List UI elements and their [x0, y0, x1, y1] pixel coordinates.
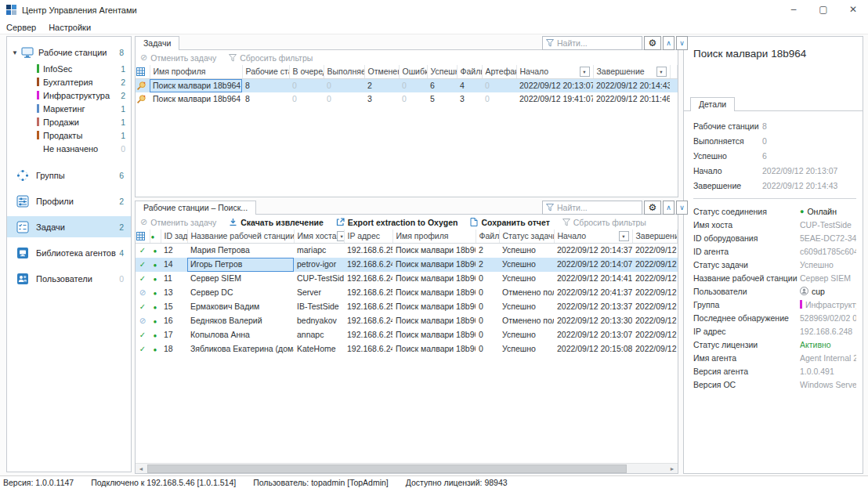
station-row[interactable]: ✓ ● 18 Зябликова Екатерина (домашний) Ka…	[136, 342, 678, 356]
cell-end[interactable]: 2022/09/12	[632, 328, 678, 342]
tasks-collapse-button[interactable]: ∧	[663, 36, 675, 50]
cell-profile[interactable]: Поиск малвари 18b964	[392, 286, 476, 300]
cell-ip[interactable]: 192.168.6.243	[344, 314, 392, 328]
cell-end[interactable]: 2022/09/12	[632, 342, 678, 356]
cell-files[interactable]: 0	[476, 286, 499, 300]
column-filter-dropdown[interactable]: ▾	[656, 67, 667, 77]
cell-task-id[interactable]: 16	[161, 314, 187, 328]
tasks-expand-button[interactable]: ∨	[676, 36, 688, 50]
stations-search-input[interactable]: Найти...	[542, 201, 642, 215]
cell-files[interactable]: 4	[457, 78, 482, 92]
scroll-right-arrow[interactable]: ►	[667, 466, 678, 472]
sidebar-group-item[interactable]: Бухгалтерия 2	[7, 75, 131, 89]
col-connection-dot[interactable]: ●	[150, 230, 161, 243]
cell-profile[interactable]: Поиск малвари 18b964	[392, 243, 476, 258]
cell-profile[interactable]: Поиск малвари 18b964	[392, 314, 476, 328]
cell-end[interactable]: 2022/09/12	[632, 300, 678, 314]
station-row[interactable]: ✓ ● 14 Игорь Петров petrov-igor 192.168.…	[136, 258, 678, 272]
sidebar-group-item[interactable]: Маркетинг 1	[7, 102, 131, 115]
cell-artifacts[interactable]: 0	[482, 78, 516, 92]
cell-station-name[interactable]: Зябликова Екатерина (домашний)	[187, 342, 294, 356]
cell-task-status[interactable]: Успешно	[499, 300, 554, 314]
cell-workstations[interactable]: 8	[242, 78, 289, 92]
col-start[interactable]: Начало▾	[516, 65, 593, 78]
cell-task-id[interactable]: 11	[161, 272, 187, 286]
cell-task-status[interactable]: Успешно	[499, 328, 554, 342]
menu-server[interactable]: Сервер	[0, 22, 42, 33]
station-row[interactable]: ✓ ● 11 Сервер SIEM CUP-TestSide 192.168.…	[136, 272, 678, 286]
cell-ip[interactable]: 192.168.6.252	[344, 286, 392, 300]
export-oxygen-button[interactable]: Export extraction to Oxygen	[336, 218, 458, 227]
cell-start[interactable]: 2022/09/12 20:41:37	[554, 286, 632, 300]
cancel-task-button[interactable]: ⊘Отменить задачу	[140, 52, 216, 63]
col-end[interactable]: Завершение▾	[593, 65, 670, 78]
cell-start[interactable]: 2022/09/12 20:13:37	[554, 300, 632, 314]
horizontal-scrollbar[interactable]: ◄ ►	[136, 463, 678, 473]
save-report-button[interactable]: Сохранить отчет	[470, 218, 549, 227]
tasks-search-input[interactable]: Найти...	[542, 36, 642, 50]
sidebar-item-profiles[interactable]: Профили 2	[7, 190, 131, 211]
col-hostname[interactable]: Имя хоста▾	[294, 230, 344, 243]
cell-hostname[interactable]: IB-TestSide	[294, 300, 344, 314]
cell-hostname[interactable]: annapc	[294, 328, 344, 342]
tab-details[interactable]: Детали	[690, 97, 735, 111]
cell-error[interactable]: 0	[399, 92, 427, 106]
cell-profile[interactable]: Поиск малвари 18b964	[150, 92, 242, 106]
cell-start[interactable]: 2022/09/12 20:13:07	[554, 328, 632, 342]
cell-ip[interactable]: 192.168.6.254	[344, 300, 392, 314]
col-success[interactable]: Успешно	[427, 65, 457, 78]
col-start[interactable]: Начало▾	[554, 230, 632, 243]
col-station-name[interactable]: Название рабочей станции▾	[187, 230, 294, 243]
cell-station-name[interactable]: Бедняков Валерий	[187, 314, 294, 328]
col-artifacts[interactable]: Артефакты	[482, 65, 516, 78]
sidebar-group-item[interactable]: Инфраструктура 2	[7, 89, 131, 102]
menu-settings[interactable]: Настройки	[42, 22, 97, 33]
tree-expand-icon[interactable]: ▼	[12, 49, 21, 56]
reset-filters-button[interactable]: Сбросить фильтры	[229, 53, 313, 63]
col-task-id[interactable]: ID задачи	[161, 230, 187, 243]
cell-hostname[interactable]: KateHome	[294, 342, 344, 356]
cell-ip[interactable]: 192.168.6.250	[344, 328, 392, 342]
scrollbar-thumb[interactable]	[147, 465, 627, 473]
cell-running[interactable]: 0	[324, 92, 364, 106]
cell-start[interactable]: 2022/09/12 20:15:08	[554, 342, 632, 356]
col-ip[interactable]: IP адрес	[344, 230, 392, 243]
cell-files[interactable]: 0	[476, 314, 499, 328]
cell-task-id[interactable]: 12	[161, 243, 187, 258]
cell-error[interactable]: 0	[399, 78, 427, 92]
cell-end[interactable]: 2022/09/12	[632, 258, 678, 272]
cell-start[interactable]: 2022/09/12 20:14:41	[554, 272, 632, 286]
column-filter-dropdown[interactable]: ▾	[337, 231, 344, 241]
stations-expand-button[interactable]: ∨	[676, 201, 688, 215]
cell-profile[interactable]: Поиск малвари 18b964	[392, 272, 476, 286]
col-end[interactable]: Завершение	[632, 230, 678, 243]
station-row[interactable]: ✓ ● 12 Мария Петрова mariapc 192.168.6.2…	[136, 243, 678, 258]
cell-success[interactable]: 5	[427, 92, 457, 106]
cell-hostname[interactable]: CUP-TestSide	[294, 272, 344, 286]
cell-workstations[interactable]: 8	[242, 92, 289, 106]
sidebar-item-users[interactable]: Пользователи 0	[7, 268, 131, 289]
cell-files[interactable]: 0	[476, 342, 499, 356]
cell-end[interactable]: 2022/09/12 20:11:46	[593, 92, 670, 106]
sidebar-group-item[interactable]: InfoSec 1	[7, 62, 131, 75]
sidebar-group-item[interactable]: Продакты 1	[7, 128, 131, 142]
cell-ip[interactable]: 192.168.6.248	[344, 272, 392, 286]
cell-start[interactable]: 2022/09/12 20:14:07	[554, 258, 632, 272]
cell-task-id[interactable]: 15	[161, 300, 187, 314]
cell-ip[interactable]: 192.168.6.244	[344, 258, 392, 272]
table-corner-button[interactable]	[136, 65, 150, 78]
table-corner-button[interactable]	[136, 230, 150, 243]
cell-end[interactable]: 2022/09/12	[632, 272, 678, 286]
cell-station-name[interactable]: Копылова Анна	[187, 328, 294, 342]
station-row[interactable]: ✓ ● 15 Ермакович Вадим IB-TestSide 192.1…	[136, 300, 678, 314]
col-files[interactable]: Файлы	[457, 65, 482, 78]
cell-task-id[interactable]: 14	[161, 258, 187, 272]
column-filter-dropdown[interactable]: ▾	[619, 231, 629, 241]
cell-files[interactable]: 0	[476, 328, 499, 342]
cell-start[interactable]: 2022/09/12 20:13:30	[554, 314, 632, 328]
cell-hostname[interactable]: mariapc	[294, 243, 344, 258]
stations-settings-gear-button[interactable]: ⚙	[644, 201, 661, 215]
sidebar-item-tasks[interactable]: Задачи 2	[7, 216, 131, 237]
cell-success[interactable]: 6	[427, 78, 457, 92]
cell-queued[interactable]: 0	[289, 78, 324, 92]
